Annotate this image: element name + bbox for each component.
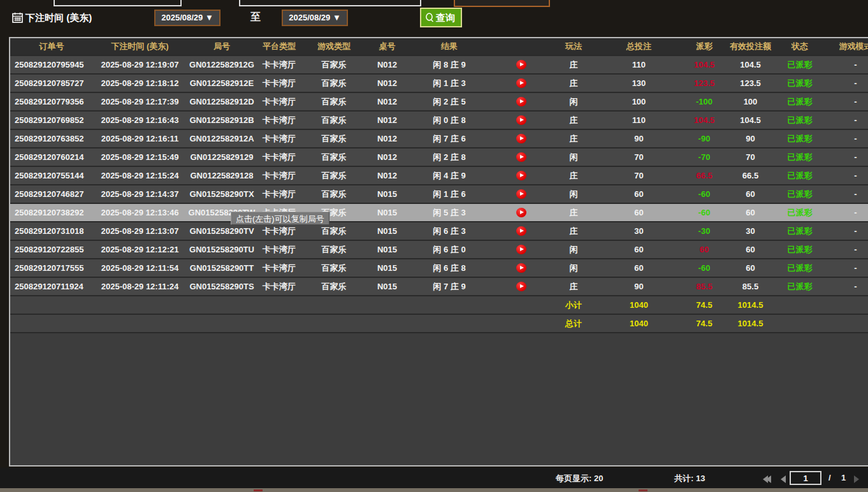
play-video-icon[interactable] [516, 115, 526, 125]
total-bet: 60 [596, 259, 682, 277]
play-icon-cell [491, 315, 551, 332]
partial-input-mid[interactable] [239, 0, 421, 6]
total-count-label: 共计: 13 [674, 473, 705, 484]
calendar-icon [12, 12, 23, 23]
round-number[interactable]: GN01225829129 [187, 148, 257, 166]
header-status: 状态 [774, 38, 825, 55]
bet-time [93, 315, 187, 332]
bet-time: 2025-08-29 12:13:07 [93, 222, 187, 240]
table-row[interactable]: 2508291207857272025-08-29 12:18:12GN0122… [10, 75, 868, 93]
round-number[interactable]: GN0122582912D [187, 93, 257, 110]
table-row[interactable]: 2508291207959452025-08-29 12:19:07GN0122… [10, 56, 868, 75]
payout: 123.5 [682, 75, 727, 92]
table-number: N012 [366, 75, 408, 92]
platform-type: 卡卡湾厅 [257, 167, 301, 184]
play-video-icon[interactable] [516, 226, 526, 236]
result: 闲 1 庄 6 [408, 185, 491, 203]
game-type [301, 296, 366, 314]
table-header-row: 订单号下注时间 (美东)局号平台类型游戏类型桌号结果玩法总投注派彩有效投注额状态… [10, 38, 868, 56]
valid-bet: 104.5 [727, 112, 774, 129]
bet-time: 2025-08-29 12:13:46 [93, 204, 187, 221]
table-row[interactable]: 2508291207468272025-08-29 12:14:37GN0152… [10, 185, 868, 204]
play-icon-cell [491, 112, 551, 129]
platform-type: 卡卡湾厅 [257, 93, 301, 110]
status: 已派彩 [774, 112, 825, 129]
result [408, 296, 491, 314]
status: 已派彩 [774, 56, 825, 73]
play-video-icon[interactable] [516, 208, 526, 217]
play-video-icon[interactable] [516, 282, 526, 291]
table-row[interactable]: 2508291207228552025-08-29 12:12:21GN0152… [10, 241, 868, 259]
play-video-icon[interactable] [516, 263, 526, 273]
bet-time: 2025-08-29 12:17:39 [93, 93, 187, 110]
round-number[interactable]: GN0122582912E [187, 75, 257, 92]
platform-type [257, 315, 301, 332]
table-row[interactable]: 2508291207602142025-08-29 12:15:49GN0122… [10, 148, 868, 167]
date-to-picker[interactable]: 2025/08/29 ▼ [282, 10, 348, 26]
play-method: 闲 [551, 93, 596, 110]
round-number[interactable]: GN0122582912B [187, 112, 257, 129]
play-icon-cell [491, 130, 551, 147]
table-row[interactable]: 2508291207119242025-08-29 12:11:24GN0152… [10, 278, 868, 296]
play-video-icon[interactable] [516, 78, 526, 88]
date-from-picker[interactable]: 2025/08/29 ▼ [154, 10, 221, 26]
total-bet: 70 [596, 148, 682, 166]
search-button[interactable]: 查询 [420, 8, 462, 27]
header-table-number: 桌号 [366, 38, 408, 55]
partial-highlighted-field[interactable] [454, 0, 550, 7]
play-video-icon[interactable] [516, 171, 526, 180]
status: 已派彩 [774, 222, 825, 240]
play-method: 闲 [551, 259, 596, 277]
round-number[interactable]: GN0122582912G [187, 56, 257, 73]
next-page-icon[interactable] [854, 474, 859, 486]
round-number[interactable]: GN01225829128 [187, 167, 257, 184]
payout: -30 [682, 222, 727, 240]
per-page-label: 每页显示: 20 [556, 473, 603, 484]
table-number: N012 [366, 112, 408, 129]
round-number[interactable]: GN015258290TX [187, 185, 257, 203]
table-number: N015 [366, 278, 408, 295]
page-number-input[interactable] [790, 471, 821, 485]
status: 已派彩 [774, 130, 825, 147]
table-row[interactable]: 2508291207310182025-08-29 12:13:07GN0152… [10, 222, 868, 241]
game-type: 百家乐 [301, 259, 366, 277]
table-row[interactable]: 2508291207638522025-08-29 12:16:11GN0122… [10, 130, 868, 148]
order-number: 250829120785727 [10, 75, 93, 92]
round-number[interactable]: GN015258290TT [187, 259, 257, 277]
bet-time: 2025-08-29 12:15:24 [93, 167, 187, 184]
play-video-icon[interactable] [516, 152, 526, 162]
table-number: N012 [366, 56, 408, 73]
round-number[interactable]: GN0122582912A [187, 130, 257, 147]
play-video-icon[interactable] [516, 97, 526, 106]
play-method: 庄 [551, 75, 596, 92]
round-number[interactable]: GN015258290TU [187, 241, 257, 258]
prev-page-icon[interactable] [781, 474, 786, 486]
table-row[interactable]: 2508291207175552025-08-29 12:11:54GN0152… [10, 259, 868, 278]
table-row[interactable]: 2508291207551442025-08-29 12:15:24GN0122… [10, 167, 868, 185]
table-row[interactable]: 2508291207793562025-08-29 12:17:39GN0122… [10, 93, 868, 112]
partial-input-left[interactable] [54, 0, 182, 6]
round-number[interactable]: GN015258290TV [187, 222, 257, 240]
play-video-icon[interactable] [516, 134, 526, 143]
status: 已派彩 [774, 185, 825, 203]
total-bet: 90 [596, 130, 682, 147]
play-video-icon[interactable] [516, 60, 526, 69]
status: 已派彩 [774, 93, 825, 110]
header-order-number: 订单号 [10, 38, 93, 55]
order-number: 250829120717555 [10, 259, 93, 277]
total-bet: 110 [596, 56, 682, 73]
game-type: 百家乐 [301, 112, 366, 129]
first-page-icon[interactable] [763, 474, 771, 486]
status: 已派彩 [774, 75, 825, 92]
result [408, 315, 491, 332]
play-video-icon[interactable] [516, 189, 526, 199]
play-video-icon[interactable] [516, 245, 526, 254]
valid-bet: 123.5 [727, 75, 774, 92]
order-number: 250829120722855 [10, 241, 93, 258]
round-number[interactable]: GN015258290TS [187, 278, 257, 295]
page-separator: / [828, 473, 831, 482]
table-row[interactable]: 2508291207698522025-08-29 12:16:43GN0122… [10, 112, 868, 130]
table-row[interactable]: 2508291207382922025-08-29 12:13:46GN0152… [10, 204, 868, 222]
play-icon-cell [491, 185, 551, 203]
platform-type: 卡卡湾厅 [257, 222, 301, 240]
